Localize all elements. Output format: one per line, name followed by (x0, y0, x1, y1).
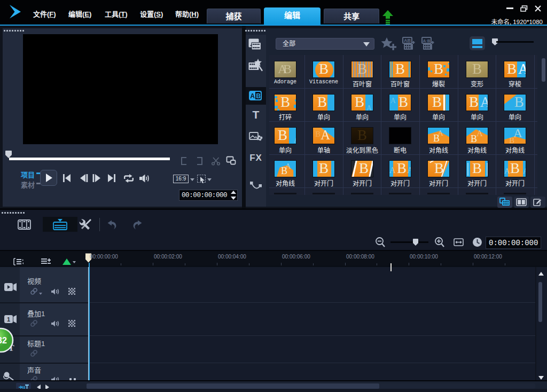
svg-text:1: 1 (7, 316, 10, 323)
svg-text:A·B: A·B (423, 38, 430, 43)
svg-text:AB: AB (404, 38, 411, 43)
svg-text:32: 32 (0, 336, 7, 345)
svg-text:B: B (256, 92, 261, 100)
svg-text:A: A (250, 92, 255, 100)
